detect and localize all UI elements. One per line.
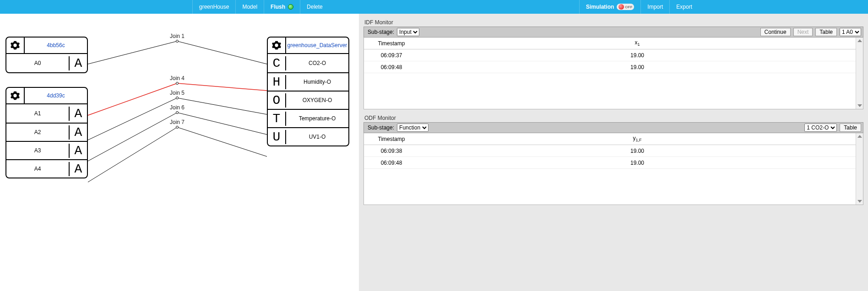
status-red-dot-icon bbox=[618, 4, 624, 10]
idf-channel-select[interactable]: 1 A0 bbox=[840, 28, 861, 36]
svg-line-1 bbox=[177, 41, 267, 64]
odf-substage-select[interactable]: Function bbox=[397, 124, 429, 132]
join-node-6[interactable] bbox=[176, 111, 179, 114]
port-glyph-icon: A bbox=[69, 162, 87, 176]
col-value: y1,F bbox=[419, 135, 856, 142]
gear-icon bbox=[271, 40, 282, 50]
port-label: A3 bbox=[6, 147, 69, 154]
toolbar-import[interactable]: Import bbox=[640, 0, 669, 14]
port-A2[interactable]: A2A bbox=[6, 123, 87, 141]
cell-ts: 06:09:48 bbox=[364, 160, 419, 166]
odf-scrollbar[interactable] bbox=[856, 133, 863, 205]
table-row: 06:09:4819.00 bbox=[364, 157, 856, 169]
join-node-5[interactable] bbox=[176, 97, 179, 99]
device-title: 4dd39c bbox=[25, 88, 87, 103]
port-label: OXYGEN-O bbox=[286, 97, 348, 103]
gear-icon bbox=[10, 91, 20, 101]
port-A3[interactable]: A3A bbox=[6, 141, 87, 159]
port-CO2-O[interactable]: CCO2-O bbox=[268, 54, 348, 72]
port-OXYGEN-O[interactable]: OOXYGEN-O bbox=[268, 91, 348, 109]
port-Temperature-O[interactable]: TTemperature-O bbox=[268, 109, 348, 127]
cell-ts: 06:09:48 bbox=[364, 64, 419, 70]
port-glyph-icon: A bbox=[69, 107, 87, 121]
svg-line-4 bbox=[88, 98, 177, 140]
cell-val: 19.00 bbox=[419, 64, 856, 70]
table-header-row: Timestamp y1,F bbox=[364, 133, 856, 145]
idf-monitor: IDF Monitor Sub-stage: Input Continue Ne… bbox=[363, 17, 863, 109]
device-title: greenhouse_DataServer bbox=[286, 38, 348, 53]
table-row: 06:09:3719.00 bbox=[364, 49, 856, 61]
svg-line-5 bbox=[177, 98, 267, 114]
port-A4[interactable]: A4A bbox=[6, 159, 87, 178]
join-label-4: Join 4 bbox=[170, 75, 184, 81]
simulation-toggle[interactable]: OFF bbox=[617, 4, 634, 10]
svg-line-7 bbox=[177, 113, 267, 135]
monitor-panels: IDF Monitor Sub-stage: Input Continue Ne… bbox=[359, 14, 868, 291]
join-node-7[interactable] bbox=[176, 126, 179, 129]
port-Humidity-O[interactable]: HHumidity-O bbox=[268, 72, 348, 91]
status-green-dot-icon bbox=[288, 4, 293, 10]
device-settings-button[interactable] bbox=[6, 88, 25, 103]
svg-line-0 bbox=[88, 41, 177, 64]
port-UV1-O[interactable]: UUV1-O bbox=[268, 127, 348, 146]
idf-toolbar: Sub-stage: Input Continue Next Table 1 A… bbox=[363, 27, 863, 38]
idf-scrollbar[interactable] bbox=[856, 38, 863, 109]
canvas[interactable]: Join 1 Join 4 Join 5 Join 6 Join 7 4bb56… bbox=[0, 14, 359, 291]
odf-toolbar: Sub-stage: Function 1 CO2-O Table bbox=[363, 122, 863, 133]
port-glyph-icon: H bbox=[268, 75, 286, 89]
toolbar-delete[interactable]: Delete bbox=[300, 0, 329, 14]
port-glyph-icon: A bbox=[69, 56, 87, 70]
idf-table-button[interactable]: Table bbox=[815, 28, 837, 36]
join-node-4[interactable] bbox=[176, 82, 179, 85]
toolbar-greenhouse[interactable]: greenHouse bbox=[192, 0, 235, 14]
cell-ts: 06:09:38 bbox=[364, 148, 419, 154]
port-glyph-icon: C bbox=[268, 56, 286, 70]
join-node-1[interactable] bbox=[176, 40, 179, 43]
col-timestamp: Timestamp bbox=[364, 40, 419, 47]
odf-channel-select[interactable]: 1 CO2-O bbox=[804, 124, 837, 132]
device-greenhouse-dataserver[interactable]: greenhouse_DataServer CCO2-OHHumidity-OO… bbox=[267, 37, 349, 146]
toolbar-simulation[interactable]: Simulation OFF bbox=[579, 0, 640, 14]
port-label: A4 bbox=[6, 166, 69, 172]
join-label-6: Join 6 bbox=[170, 104, 184, 111]
svg-line-3 bbox=[177, 83, 267, 91]
table-row: 06:09:4819.00 bbox=[364, 61, 856, 73]
port-label: Humidity-O bbox=[286, 79, 348, 85]
col-value: x1 bbox=[419, 39, 856, 47]
port-glyph-icon: U bbox=[268, 130, 286, 144]
device-4dd39c[interactable]: 4dd39c A1AA2AA3AA4A bbox=[5, 87, 88, 178]
odf-table: Timestamp y1,F 06:09:3819.0006:09:4819.0… bbox=[363, 133, 863, 205]
toolbar-flush[interactable]: Flush bbox=[264, 0, 300, 14]
device-4bb56c[interactable]: 4bb56c A0A bbox=[5, 37, 88, 73]
idf-substage-label: Sub-stage: bbox=[366, 29, 394, 35]
port-A0[interactable]: A0A bbox=[6, 54, 87, 72]
join-label-1: Join 1 bbox=[170, 33, 184, 39]
port-label: UV1-O bbox=[286, 134, 348, 140]
cell-val: 19.00 bbox=[419, 160, 856, 166]
svg-line-9 bbox=[177, 127, 267, 156]
port-glyph-icon: A bbox=[69, 144, 87, 158]
odf-table-button[interactable]: Table bbox=[840, 124, 861, 132]
port-label: Temperature-O bbox=[286, 115, 348, 122]
port-glyph-icon: T bbox=[268, 112, 286, 126]
port-A1[interactable]: A1A bbox=[6, 104, 87, 123]
idf-next-button: Next bbox=[793, 28, 813, 36]
idf-continue-button[interactable]: Continue bbox=[760, 28, 791, 36]
odf-monitor: ODF Monitor Sub-stage: Function 1 CO2-O … bbox=[363, 113, 863, 205]
odf-title: ODF Monitor bbox=[364, 115, 863, 121]
gear-icon bbox=[10, 40, 20, 50]
toolbar-export[interactable]: Export bbox=[669, 0, 699, 14]
port-glyph-icon: O bbox=[268, 93, 286, 108]
device-settings-button[interactable] bbox=[268, 38, 286, 53]
device-settings-button[interactable] bbox=[6, 38, 25, 53]
idf-substage-select[interactable]: Input bbox=[397, 28, 419, 36]
svg-line-8 bbox=[88, 127, 177, 182]
toolbar-model[interactable]: Model bbox=[235, 0, 264, 14]
port-glyph-icon: A bbox=[69, 125, 87, 140]
port-label: CO2-O bbox=[286, 60, 348, 66]
join-label-7: Join 7 bbox=[170, 119, 184, 125]
port-label: A2 bbox=[6, 129, 69, 135]
svg-line-2 bbox=[88, 83, 177, 115]
idf-table: Timestamp x1 06:09:3719.0006:09:4819.00 bbox=[363, 38, 863, 109]
join-label-5: Join 5 bbox=[170, 90, 184, 96]
